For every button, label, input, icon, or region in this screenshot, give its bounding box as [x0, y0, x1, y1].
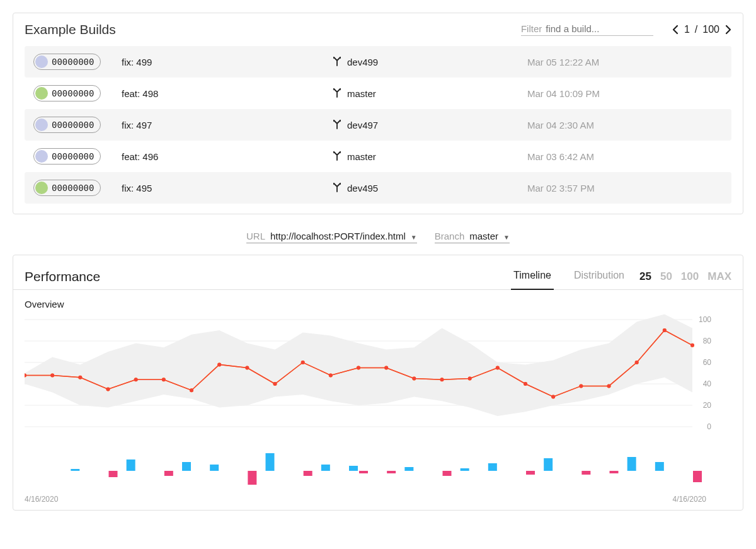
svg-rect-83 [581, 471, 590, 475]
builds-header: Example Builds Filter 1 / 100 [13, 13, 743, 43]
svg-point-55 [524, 382, 527, 386]
perf-tabs: Timeline Distribution [498, 265, 639, 290]
commit-hash: 00000000 [52, 151, 94, 161]
commit-hash: 00000000 [52, 183, 94, 193]
range-max[interactable]: MAX [707, 270, 731, 283]
performance-header: Performance Timeline Distribution 25 50 … [13, 255, 743, 290]
build-rows: 00000000fix: 499dev499Mar 05 12:22 AM000… [13, 43, 743, 214]
svg-point-54 [496, 366, 500, 370]
build-row[interactable]: 00000000fix: 499dev499Mar 05 12:22 AM [25, 46, 731, 78]
branch-name: master [347, 151, 376, 162]
dropdown-caret-icon: ▼ [411, 234, 417, 241]
commit-hash-pill[interactable]: 00000000 [33, 180, 101, 196]
svg-point-56 [551, 395, 555, 398]
git-branch-icon [332, 151, 342, 161]
svg-rect-77 [248, 471, 256, 485]
build-date: Mar 02 3:57 PM [527, 183, 723, 194]
commit-hash: 00000000 [52, 120, 94, 130]
svg-point-46 [273, 382, 277, 386]
commit-hash-pill[interactable]: 00000000 [33, 85, 101, 101]
build-hash-col: 00000000 [33, 54, 122, 70]
build-date: Mar 04 2:30 AM [527, 120, 723, 130]
timeline-chart: 020406080100 [25, 313, 731, 490]
range-50[interactable]: 50 [660, 270, 672, 283]
performance-title: Performance [25, 269, 498, 284]
range-options: 25 50 100 MAX [639, 270, 731, 283]
svg-rect-64 [182, 462, 191, 471]
svg-rect-72 [544, 458, 553, 471]
svg-rect-85 [693, 471, 702, 482]
svg-rect-82 [526, 471, 535, 475]
svg-rect-78 [304, 471, 312, 476]
branch-col: dev495 [332, 183, 527, 194]
selectors-bar: URL http://localhost:PORT/index.html ▼ B… [13, 226, 743, 255]
overview-label: Overview [25, 299, 731, 309]
range-25[interactable]: 25 [639, 270, 651, 283]
commit-message: fix: 499 [122, 57, 332, 67]
build-hash-col: 00000000 [33, 148, 122, 165]
filter-input[interactable] [546, 23, 634, 34]
range-100[interactable]: 100 [681, 270, 699, 283]
branch-name: dev495 [347, 183, 378, 194]
svg-point-40 [106, 388, 110, 391]
pager-next-icon[interactable] [724, 25, 731, 35]
git-branch-icon [332, 88, 342, 98]
date-start: 4/16/2020 [25, 495, 58, 504]
commit-hash-pill[interactable]: 00000000 [33, 148, 101, 165]
svg-point-42 [162, 378, 166, 381]
svg-rect-71 [488, 463, 497, 471]
svg-point-51 [412, 377, 416, 381]
svg-rect-76 [164, 471, 173, 476]
svg-rect-80 [387, 471, 396, 473]
svg-rect-79 [359, 471, 368, 473]
build-row[interactable]: 00000000feat: 496masterMar 03 6:42 AM [25, 141, 731, 172]
pager: 1 / 100 [672, 24, 731, 35]
git-branch-icon [332, 57, 342, 67]
branch-selector[interactable]: Branch master ▼ [435, 231, 510, 243]
svg-point-60 [663, 328, 667, 332]
tab-timeline[interactable]: Timeline [511, 265, 554, 290]
svg-point-38 [50, 373, 54, 377]
build-hash-col: 00000000 [33, 85, 122, 101]
commit-message: feat: 496 [122, 151, 332, 162]
commit-message: feat: 498 [122, 88, 332, 99]
svg-text:60: 60 [703, 358, 712, 367]
svg-rect-67 [321, 465, 330, 471]
pager-prev-icon[interactable] [672, 25, 679, 35]
avatar-icon [35, 182, 48, 194]
svg-rect-74 [655, 462, 664, 471]
commit-hash-pill[interactable]: 00000000 [33, 54, 101, 70]
svg-text:80: 80 [703, 337, 712, 345]
svg-point-61 [690, 344, 694, 347]
build-row[interactable]: 00000000fix: 497dev497Mar 04 2:30 AM [25, 109, 731, 141]
svg-rect-63 [127, 459, 135, 471]
avatar-icon [35, 87, 48, 100]
tab-distribution[interactable]: Distribution [571, 265, 627, 290]
commit-hash-pill[interactable]: 00000000 [33, 117, 101, 133]
svg-rect-68 [349, 466, 358, 471]
svg-point-50 [384, 366, 388, 370]
build-date: Mar 03 6:42 AM [527, 151, 723, 162]
builds-title: Example Builds [25, 22, 521, 37]
filter-field[interactable]: Filter [521, 23, 653, 36]
svg-rect-70 [461, 468, 469, 471]
branch-name: master [347, 88, 376, 99]
svg-rect-84 [610, 471, 619, 473]
performance-card: Performance Timeline Distribution 25 50 … [13, 255, 743, 511]
avatar-icon [35, 150, 48, 163]
commit-hash: 00000000 [52, 88, 94, 98]
svg-point-59 [635, 361, 639, 364]
svg-point-47 [301, 361, 305, 364]
build-row[interactable]: 00000000feat: 498masterMar 04 10:09 PM [25, 78, 731, 109]
branch-col: dev497 [332, 120, 527, 130]
build-date: Mar 05 12:22 AM [527, 57, 723, 67]
builds-card: Example Builds Filter 1 / 100 00000000fi… [13, 13, 743, 214]
avatar-icon [35, 118, 48, 131]
branch-col: dev499 [332, 57, 527, 67]
url-selector[interactable]: URL http://localhost:PORT/index.html ▼ [246, 231, 417, 243]
svg-rect-75 [109, 471, 118, 477]
svg-point-39 [78, 376, 82, 379]
build-row[interactable]: 00000000fix: 495dev495Mar 02 3:57 PM [25, 172, 731, 204]
commit-hash: 00000000 [52, 57, 94, 67]
branch-col: master [332, 151, 527, 162]
